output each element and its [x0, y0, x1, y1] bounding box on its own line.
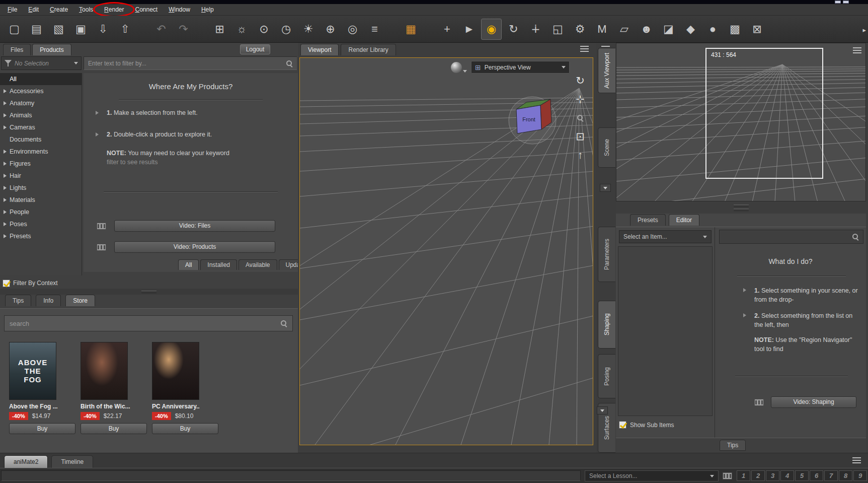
lesson-number-button[interactable]: 3	[766, 470, 779, 481]
universal-tool-icon[interactable]: ◉	[481, 19, 502, 40]
viewport-3d-canvas[interactable]: ⊞ Perspective View Front ↻ ⊹ ⊡ ↑	[299, 57, 593, 445]
rotate-tool-icon[interactable]: ↻	[503, 19, 524, 40]
new-camera-icon[interactable]: ⊞	[209, 19, 230, 40]
new-distant-light-icon[interactable]: ☀	[298, 19, 319, 40]
tab-files[interactable]: Files	[3, 44, 31, 55]
menu-render[interactable]: Render	[99, 5, 129, 15]
product-card[interactable]: PC Anniversary.. -40% $80.10 Buy	[152, 342, 219, 434]
merge-file-icon[interactable]: ▧	[48, 19, 69, 40]
category-item[interactable]: Anatomy	[0, 97, 82, 109]
undo-icon[interactable]: ↶	[151, 19, 172, 40]
tab-editor[interactable]: Editor	[669, 214, 699, 226]
product-image[interactable]	[81, 342, 128, 400]
new-point-light-icon[interactable]: ⊙	[254, 19, 274, 40]
menu-help[interactable]: Help	[196, 5, 219, 15]
product-card[interactable]: ABOVE THE FOG Above the Fog ... -40% $14…	[9, 342, 76, 434]
scene-navigator-icon[interactable]: +	[437, 19, 457, 40]
import-icon[interactable]: ⇩	[93, 19, 113, 40]
save-icon[interactable]: ▣	[70, 19, 91, 40]
tab-parameters[interactable]: Parameters	[598, 227, 615, 282]
tab-timeline[interactable]: Timeline	[51, 455, 93, 468]
menu-create[interactable]: Create	[44, 5, 73, 15]
video-files-button[interactable]: Video: Files	[114, 220, 275, 232]
orbit-tool-icon[interactable]: ↻	[573, 73, 588, 88]
category-item[interactable]: Lights	[0, 182, 82, 194]
redo-icon[interactable]: ↷	[173, 19, 194, 40]
tab-all[interactable]: All	[178, 259, 199, 270]
new-null-icon[interactable]: ◎	[342, 19, 363, 40]
menu-connect[interactable]: Connect	[129, 5, 163, 15]
category-item[interactable]: Cameras	[0, 121, 82, 133]
tab-available[interactable]: Available	[239, 259, 277, 270]
horizontal-splitter[interactable]	[0, 289, 298, 295]
category-item[interactable]: Figures	[0, 158, 82, 170]
category-filter-dropdown[interactable]: No Selection	[1, 56, 82, 70]
open-file-icon[interactable]: ▤	[26, 19, 47, 40]
joint-editor-icon[interactable]: ⚙	[570, 19, 590, 40]
menu-tools[interactable]: Tools	[73, 5, 99, 15]
toolbar-overflow-arrow[interactable]: ▸	[862, 26, 866, 34]
new-file-icon[interactable]: ▢	[4, 19, 25, 40]
new-spotlight-icon[interactable]: ☼	[231, 19, 252, 40]
category-item[interactable]: Environments	[0, 146, 82, 158]
category-item[interactable]: All	[0, 73, 82, 85]
menu-edit[interactable]: Edit	[23, 5, 44, 15]
camera-view-selector[interactable]: ⊞ Perspective View	[471, 61, 570, 74]
node-selection-tool-icon[interactable]: ►	[459, 19, 480, 40]
lesson-number-button[interactable]: 9	[853, 470, 867, 481]
aux-viewport-grid[interactable]	[616, 43, 865, 201]
tab-tips-bottom[interactable]: Tips	[720, 440, 746, 451]
filter-by-context-row[interactable]: Filter By Context	[0, 277, 82, 290]
category-item[interactable]: People	[0, 206, 82, 218]
shaping-search-input[interactable]	[724, 233, 852, 241]
category-item[interactable]: Documents	[0, 133, 82, 146]
shaping-item-list[interactable]	[618, 246, 713, 416]
render-icon[interactable]: ⊠	[747, 19, 767, 40]
lesson-number-button[interactable]: 2	[751, 470, 765, 481]
scale-tool-icon[interactable]: ◱	[547, 19, 568, 40]
aim-camera-icon[interactable]: ◪	[658, 19, 679, 40]
filter-by-context-checkbox[interactable]	[3, 280, 10, 287]
tab-shaping[interactable]: Shaping	[598, 301, 615, 349]
new-node-icon[interactable]: ⊕	[320, 19, 341, 40]
tab-scroll-down-button[interactable]	[597, 406, 608, 415]
category-item[interactable]: Presets	[0, 230, 82, 242]
lesson-number-button[interactable]: 8	[839, 470, 852, 481]
geometry-editor-icon[interactable]: ▱	[614, 19, 635, 40]
aux-viewport[interactable]: 431 : 564	[616, 43, 866, 201]
buy-button[interactable]: Buy	[152, 423, 218, 434]
tab-render-library[interactable]: Render Library	[341, 44, 396, 55]
tab-animate2[interactable]: aniMate2	[4, 455, 48, 468]
tab-store[interactable]: Store	[65, 295, 95, 306]
render-settings-icon[interactable]: ▩	[725, 19, 745, 40]
tab-presets[interactable]: Presets	[630, 214, 666, 226]
show-sub-items-row[interactable]: Show Sub Items	[619, 421, 674, 429]
lighting-sphere-icon[interactable]	[451, 62, 462, 73]
lesson-number-button[interactable]: 4	[780, 470, 794, 481]
tab-scroll-down-button[interactable]	[600, 184, 611, 192]
tab-products[interactable]: Products	[32, 44, 71, 55]
weight-map-tool-icon[interactable]: M	[592, 19, 612, 40]
tab-installed[interactable]: Installed	[200, 259, 237, 270]
tab-posing[interactable]: Posing	[598, 354, 615, 398]
lesson-selector-dropdown[interactable]: Select a Lesson...	[585, 470, 719, 481]
lesson-number-button[interactable]: 1	[737, 470, 750, 481]
category-item[interactable]: Poses	[0, 218, 82, 230]
menu-window[interactable]: Window	[163, 5, 196, 15]
minimize-button[interactable]	[835, 1, 841, 4]
horizontal-splitter[interactable]	[616, 201, 866, 214]
tab-viewport[interactable]: Viewport	[300, 44, 339, 55]
pane-menu-icon[interactable]	[852, 457, 861, 464]
maximize-button[interactable]	[843, 1, 849, 4]
new-linear-point-light-icon[interactable]: ◷	[276, 19, 296, 40]
buy-button[interactable]: Buy	[81, 423, 147, 434]
figure-setup-icon[interactable]: ☻	[636, 19, 657, 40]
filter-text-input[interactable]	[88, 60, 286, 67]
lesson-number-button[interactable]: 6	[810, 470, 823, 481]
lesson-number-button[interactable]: 7	[824, 470, 838, 481]
logout-button[interactable]: Logout	[240, 44, 270, 54]
export-icon[interactable]: ⇧	[115, 19, 135, 40]
grid-snap-icon[interactable]: ▦	[401, 19, 421, 40]
category-item[interactable]: Materials	[0, 194, 82, 206]
product-image[interactable]: ABOVE THE FOG	[9, 342, 56, 400]
